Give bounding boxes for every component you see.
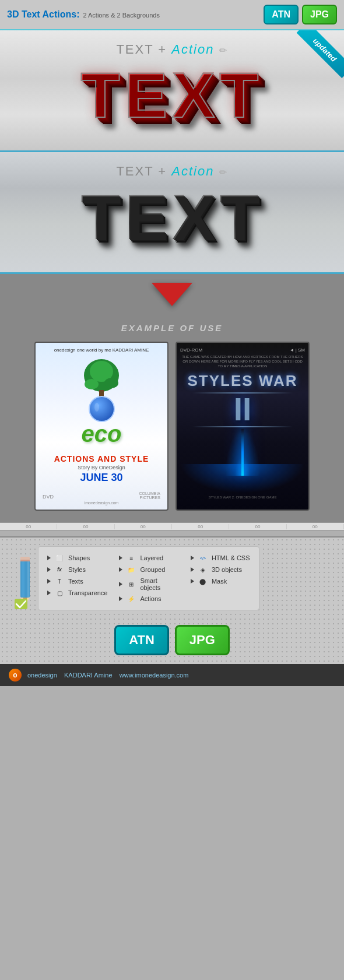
transparence-label: Transparence (68, 589, 107, 596)
arrow-icon-8 (119, 596, 122, 601)
fx-icon: fx (54, 565, 65, 574)
features-wrapper: ⬜ Shapes fx Styles T Texts ▢ Transparenc… (12, 546, 332, 619)
mask-label: Mask (212, 578, 227, 585)
texts-label: Texts (68, 578, 83, 585)
feature-3d: ◈ 3D objects (191, 565, 250, 574)
war-footer: STYLES WAR 2: ONEDESIGN ONE GAME (209, 496, 277, 499)
features-col-3: </> HTML & CSS ◈ 3D objects ⬤ Mask (191, 554, 250, 603)
ruler-tick-5: 00 (229, 524, 286, 529)
features-box: ⬜ Shapes fx Styles T Texts ▢ Transparenc… (38, 546, 259, 610)
war-card-desc: THE GAME WAS CREATED BY HOW AND VERTICES… (180, 355, 305, 368)
war-card-header: DVD-ROM ◄ | SM (180, 347, 305, 353)
section-red-text: updated TEXT + Action ✏ TEXT (0, 30, 344, 152)
example-title: EXAMPLE OF USE (17, 323, 327, 333)
ruler-tick-4: 00 (172, 524, 229, 529)
3d-icon: ◈ (198, 565, 208, 574)
bottom-section: ⬜ Shapes fx Styles T Texts ▢ Transparenc… (0, 536, 344, 664)
section-dark-text: TEXT + Action ✏ TEXT (0, 152, 344, 274)
arrow-icon-11 (191, 579, 194, 584)
label-text-1: TEXT (116, 42, 153, 57)
text-icon: T (54, 577, 65, 585)
svg-point-4 (104, 378, 118, 388)
layers-icon: ≡ (126, 554, 136, 562)
war-glow-effect (225, 429, 260, 476)
feature-layered: ≡ Layered (119, 554, 178, 562)
smart-label: Smart objects (140, 577, 178, 591)
arrow-icon-5 (119, 556, 122, 560)
footer: o onedesign KADDARI Amine www.imonedeasi… (0, 664, 344, 686)
html-label: HTML & CSS (212, 554, 250, 561)
ruler-tick-6: 00 (287, 524, 344, 529)
bottom-jpg-badge[interactable]: JPG (175, 625, 230, 655)
svg-point-3 (85, 379, 99, 389)
feature-smart: ⊞ Smart objects (119, 577, 178, 591)
label-action-2: Action (171, 164, 214, 178)
eco-tree-icon (81, 355, 122, 402)
features-col-2: ≡ Layered 📁 Grouped ⊞ Smart objects ⚡ Ac… (119, 554, 178, 603)
feature-styles: fx Styles (47, 565, 107, 574)
footer-website: www.imonedeasign.com (120, 672, 189, 679)
svg-rect-8 (20, 560, 30, 561)
arrow-icon-7 (119, 582, 122, 586)
label-plus-1: + (158, 42, 167, 57)
feature-transparence: ▢ Transparence (47, 589, 107, 597)
feature-actions: ⚡ Actions (119, 595, 178, 603)
footer-logo-icon: o (9, 669, 22, 682)
eco-date: JUNE 30 (80, 472, 122, 484)
war-header-left: DVD-ROM (180, 347, 202, 353)
arrow-icon-10 (191, 567, 194, 572)
actions-label: Actions (140, 595, 161, 602)
eco-subtitle: ACTIONS AND STYLE (54, 454, 149, 463)
feature-texts: T Texts (47, 577, 107, 585)
arrow-icon (47, 556, 51, 560)
war-card: DVD-ROM ◄ | SM THE GAME WAS CREATED BY H… (175, 342, 310, 511)
header-title-group: 3D Text Actions: 2 Actions & 2 Backgroun… (7, 9, 160, 20)
big-red-text: TEXT (12, 63, 332, 127)
label-action-1: Action (171, 42, 214, 57)
ruler-tick-1: 00 (0, 524, 57, 529)
footer-text: onedesign KADDARI Amine www.imonedeasign… (27, 672, 335, 679)
big-dark-text: TEXT (12, 185, 332, 249)
svg-rect-6 (22, 560, 24, 598)
main-title: 3D Text Actions: (7, 9, 79, 20)
eco-top-text: onedesign one world by me KADDARI AMINE (54, 347, 149, 353)
shapes-icon: ⬜ (54, 554, 65, 562)
eco-footer: DVD COLUMBIAPICTURES (40, 491, 163, 500)
ruler-tick-2: 00 (57, 524, 114, 529)
footer-brand: onedesign (27, 672, 57, 679)
down-arrow-icon (152, 283, 192, 306)
war-title: STYLES WAR (187, 373, 297, 388)
feature-shapes: ⬜ Shapes (47, 554, 107, 562)
grouped-label: Grouped (140, 566, 165, 573)
ruler-bar: 00 00 00 00 00 00 (0, 522, 344, 531)
pencil-graphic-icon (15, 557, 35, 609)
actions-icon: ⚡ (126, 595, 136, 603)
eco-columbia: COLUMBIAPICTURES (139, 491, 160, 500)
feature-html: </> HTML & CSS (191, 554, 250, 562)
label-plus-2: + (158, 164, 167, 178)
header: 3D Text Actions: 2 Actions & 2 Backgroun… (0, 0, 344, 30)
smart-icon: ⊞ (126, 580, 136, 588)
eco-dvd: DVD (43, 494, 54, 500)
pencil-icon-2: ✏ (219, 167, 228, 178)
arrow-icon-3 (47, 579, 51, 584)
styles-label: Styles (68, 566, 86, 573)
pencil-area (12, 557, 38, 609)
arrow-icon-4 (47, 591, 51, 595)
bottom-atn-badge[interactable]: ATN (114, 625, 169, 655)
eco-card: onedesign one world by me KADDARI AMINE … (34, 342, 169, 511)
war-numeral: II (234, 395, 252, 424)
eco-site: imonedeasign.com (40, 501, 163, 505)
header-badges: ATN JPG (264, 5, 337, 24)
arrow-icon-9 (191, 556, 194, 560)
text-action-label-1: TEXT + Action ✏ (12, 42, 332, 57)
jpg-badge[interactable]: JPG (302, 5, 337, 24)
svg-rect-12 (27, 561, 29, 598)
example-images: onedesign one world by me KADDARI AMINE … (17, 342, 327, 511)
3d-label: 3D objects (212, 566, 242, 573)
feature-grouped: 📁 Grouped (119, 565, 178, 574)
eco-by: Story By OneDesign (78, 465, 125, 470)
eco-word: eco (82, 422, 122, 445)
atn-badge[interactable]: ATN (264, 5, 299, 24)
mask-icon: ⬤ (198, 577, 208, 585)
